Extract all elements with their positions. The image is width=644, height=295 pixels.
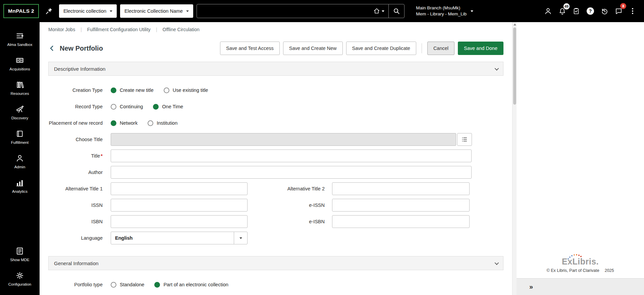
- radio-label: One Time: [162, 104, 183, 109]
- radio-label: Create new title: [120, 87, 154, 93]
- sidebar-item-resources[interactable]: Resources: [0, 76, 40, 100]
- location-selector[interactable]: Main Branch (MsuMk) Mem - Library - Mem_…: [416, 5, 473, 17]
- scroll-up-arrow-icon[interactable]: [514, 23, 516, 25]
- telescope-icon: [15, 105, 24, 114]
- choose-title-input: [111, 133, 456, 146]
- chat-button[interactable]: 8: [612, 3, 625, 19]
- radio-label: Use existing title: [173, 87, 208, 93]
- sidebar-item-fulfillment[interactable]: Fulfillment: [0, 125, 40, 149]
- collapsed-panel-bar: »: [517, 278, 644, 295]
- chevron-down-icon: [186, 10, 189, 12]
- alternative-title-1-input[interactable]: [111, 182, 248, 195]
- sidebar-item-label: Resources: [11, 92, 29, 96]
- back-button[interactable]: [48, 45, 56, 52]
- radio-continuing[interactable]: Continuing: [111, 104, 143, 110]
- scrollbar-thumb[interactable]: [513, 27, 516, 105]
- books-icon: [15, 80, 24, 89]
- eissn-input[interactable]: [332, 199, 470, 212]
- field-label: e-ISBN: [248, 219, 332, 224]
- save-and-done-button[interactable]: Save and Done: [458, 42, 503, 55]
- form-content: Descriptive Information Creation Type Cr…: [40, 59, 512, 295]
- field-label: e-ISSN: [248, 202, 332, 208]
- breadcrumb-separator: |: [80, 27, 82, 32]
- global-search-box: [197, 4, 405, 18]
- location-text: Main Branch (MsuMk) Mem - Library - Mem_…: [416, 5, 467, 17]
- search-scope-dropdown[interactable]: Electronic collection: [59, 4, 117, 18]
- expand-panel-button[interactable]: »: [529, 283, 533, 291]
- sidebar-item-acquisitions[interactable]: Acquisitions: [0, 51, 40, 76]
- actions-divider: [422, 43, 422, 53]
- field-label: Alternative Title 2: [248, 186, 332, 191]
- save-and-create-duplicate-button[interactable]: Save and Create Duplicate: [346, 42, 416, 55]
- radio-create-new-title[interactable]: Create new title: [111, 87, 154, 93]
- notifications-badge: 49: [563, 3, 570, 10]
- author-input[interactable]: [111, 166, 472, 179]
- collection-name-label: Electronic Collection Name: [124, 8, 183, 14]
- save-and-test-access-button[interactable]: Save and Test Access: [220, 42, 280, 55]
- field-label: Alternative Title 1: [48, 186, 111, 192]
- notifications-button[interactable]: 49: [555, 3, 569, 19]
- radio-icon: [111, 104, 116, 110]
- chevron-down-icon: [239, 237, 242, 239]
- radio-icon: [111, 87, 116, 93]
- general-form: Portfolio type Standalone Part of an ele…: [48, 270, 503, 295]
- browse-titles-button[interactable]: [457, 133, 472, 146]
- collection-name-dropdown[interactable]: Electronic Collection Name: [120, 4, 193, 18]
- pin-search-button[interactable]: [42, 3, 56, 19]
- search-home-button[interactable]: [369, 4, 388, 18]
- help-button[interactable]: ?: [584, 3, 597, 19]
- radio-icon: [153, 104, 159, 110]
- field-portfolio-type: Portfolio type Standalone Part of an ele…: [48, 278, 503, 291]
- isbn-input[interactable]: [111, 215, 248, 228]
- history-button[interactable]: [598, 3, 611, 19]
- sidebar-item-configuration[interactable]: Configuration: [0, 267, 40, 291]
- app-window: MnPALS 2 Electronic collection Electroni…: [0, 0, 644, 295]
- cancel-button[interactable]: Cancel: [427, 42, 454, 55]
- sidebar: Alma Sandbox Acquisitions Resources Disc…: [0, 22, 40, 295]
- field-label: Placement of new record: [48, 120, 111, 126]
- radio-one-time[interactable]: One Time: [153, 104, 183, 110]
- radio-part-of-collection[interactable]: Part of an electronic collection: [154, 282, 228, 288]
- sidebar-item-label: Alma Sandbox: [7, 43, 33, 47]
- section-header-descriptive[interactable]: Descriptive Information: [48, 62, 503, 76]
- issn-input[interactable]: [111, 199, 248, 212]
- copyright-year: 2025: [605, 268, 614, 273]
- pin-icon: [45, 7, 53, 15]
- radio-icon: [148, 120, 153, 126]
- field-record-type: Record Type Continuing One Time: [48, 100, 503, 113]
- sidebar-item-alma-sandbox[interactable]: Alma Sandbox: [0, 27, 40, 51]
- search-submit-button[interactable]: [389, 4, 404, 18]
- radio-standalone[interactable]: Standalone: [111, 282, 144, 288]
- placement-radio-group: Network Institution: [111, 120, 177, 126]
- sidebar-item-analytics[interactable]: Analytics: [0, 174, 40, 198]
- logo-dots-arc: [567, 254, 583, 260]
- ledger-icon: [15, 129, 24, 138]
- radio-use-existing-title[interactable]: Use existing title: [164, 87, 208, 93]
- field-label: Title*: [48, 153, 111, 159]
- sidebar-item-discovery[interactable]: Discovery: [0, 100, 40, 125]
- tasks-button[interactable]: [570, 3, 583, 19]
- field-label: ISSN: [48, 202, 111, 208]
- breadcrumb-item-offline-circulation[interactable]: Offline Circulation: [163, 27, 200, 32]
- breadcrumb-item-monitor-jobs[interactable]: Monitor Jobs: [48, 27, 75, 32]
- user-menu-button[interactable]: [541, 3, 555, 19]
- field-label: ISBN: [48, 219, 111, 225]
- eisbn-input[interactable]: [332, 215, 470, 228]
- radio-label: Network: [120, 120, 138, 126]
- field-alternative-titles: Alternative Title 1 Alternative Title 2: [48, 182, 503, 195]
- sidebar-item-show-mde[interactable]: Show MDE: [0, 242, 40, 267]
- save-and-create-new-button[interactable]: Save and Create New: [283, 42, 343, 55]
- radio-institution[interactable]: Institution: [148, 120, 177, 126]
- title-input[interactable]: [111, 150, 472, 162]
- search-input[interactable]: [197, 4, 369, 18]
- alternative-title-2-input[interactable]: [332, 182, 470, 195]
- language-select[interactable]: English: [111, 232, 248, 244]
- field-choose-title: Choose Title: [48, 133, 503, 146]
- vertical-scrollbar[interactable]: [512, 22, 517, 295]
- section-header-general[interactable]: General Information: [48, 256, 503, 270]
- select-arrow-button[interactable]: [234, 232, 247, 244]
- more-menu-button[interactable]: [626, 3, 639, 19]
- breadcrumb-item-fulfillment-config[interactable]: Fulfillment Configuration Utility: [87, 27, 151, 32]
- sidebar-item-admin[interactable]: Admin: [0, 149, 40, 174]
- radio-network[interactable]: Network: [111, 120, 138, 126]
